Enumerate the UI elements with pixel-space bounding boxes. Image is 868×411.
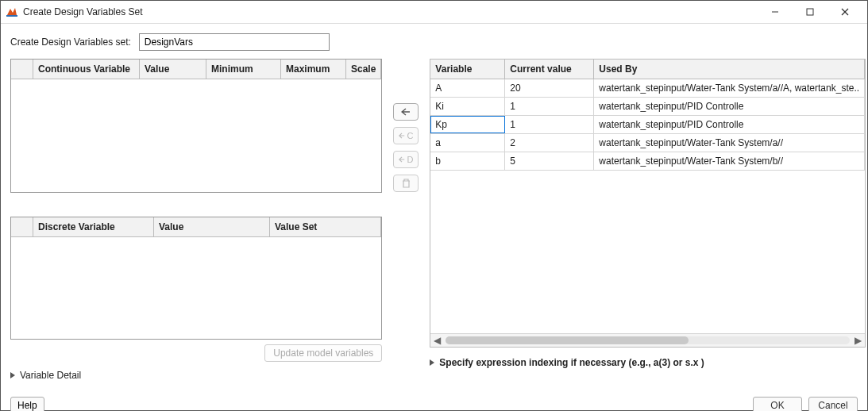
titlebar: Create Design Variables Set [1, 1, 867, 24]
table-row[interactable]: Kp1watertank_stepinput/PID Controlle [430, 116, 865, 134]
arrow-left-icon [399, 132, 405, 140]
variable-detail-label: Variable Detail [20, 370, 81, 381]
right-column: Variable Current value Used By A20watert… [430, 59, 866, 381]
cell-used-by[interactable]: watertank_stepinput/Water-Tank System/a/… [594, 79, 865, 97]
cell-variable[interactable]: b [430, 152, 505, 170]
minimize-button[interactable] [758, 1, 793, 23]
discrete-table-header: Discrete Variable Value Value Set [11, 217, 381, 237]
app-icon [6, 6, 18, 18]
add-d-label: D [407, 155, 413, 164]
header-current-value[interactable]: Current value [505, 60, 594, 79]
cell-variable[interactable]: Kp [430, 116, 505, 133]
add-c-label: C [407, 131, 413, 140]
source-table-header: Variable Current value Used By [430, 60, 865, 79]
header-minimum[interactable]: Minimum [206, 60, 281, 79]
source-table-body[interactable]: A20watertank_stepinput/Water-Tank System… [430, 79, 865, 333]
row-handle-header [11, 217, 33, 237]
footer: Help OK Cancel [1, 389, 867, 411]
cell-used-by[interactable]: watertank_stepinput/PID Controlle [594, 98, 865, 115]
cell-used-by[interactable]: watertank_stepinput/Water-Tank System/a/… [594, 134, 865, 152]
update-model-variables-button[interactable]: Update model variables [264, 344, 382, 362]
table-row[interactable]: a2watertank_stepinput/Water-Tank System/… [430, 134, 865, 152]
discrete-table-body[interactable] [11, 237, 381, 339]
set-name-input[interactable] [139, 33, 330, 51]
discrete-table: Discrete Variable Value Value Set [10, 217, 382, 340]
arrow-left-icon [399, 156, 405, 163]
add-continuous-button[interactable]: C [393, 127, 419, 144]
cell-current-value[interactable]: 5 [505, 152, 594, 170]
cancel-button[interactable]: Cancel [808, 397, 858, 411]
delete-button[interactable] [393, 175, 419, 192]
set-name-row: Create Design Variables set: [10, 33, 858, 51]
specify-expression-label: Specify expression indexing if necessary… [439, 357, 704, 368]
update-row: Update model variables [10, 344, 382, 362]
close-button[interactable] [827, 1, 862, 23]
main-area: Continuous Variable Value Minimum Maximu… [10, 59, 858, 381]
cell-variable[interactable]: Ki [430, 98, 505, 115]
cell-used-by[interactable]: watertank_stepinput/PID Controlle [594, 116, 865, 133]
header-scale[interactable]: Scale [346, 60, 381, 79]
set-name-label: Create Design Variables set: [10, 36, 131, 48]
row-handle-header [11, 60, 33, 79]
continuous-table-header: Continuous Variable Value Minimum Maximu… [11, 60, 381, 79]
ok-button[interactable]: OK [753, 397, 802, 411]
svg-rect-2 [807, 9, 813, 15]
svg-rect-0 [6, 15, 17, 17]
maximize-button[interactable] [793, 1, 827, 23]
add-button[interactable] [393, 103, 419, 121]
add-discrete-button[interactable]: D [393, 151, 419, 168]
horizontal-scrollbar[interactable]: ◀ ▶ [430, 333, 865, 347]
cell-used-by[interactable]: watertank_stepinput/Water-Tank System/b/… [594, 152, 865, 170]
scrollbar-thumb[interactable] [446, 336, 688, 344]
cell-current-value[interactable]: 2 [505, 134, 594, 152]
window-title: Create Design Variables Set [23, 6, 758, 17]
continuous-table: Continuous Variable Value Minimum Maximu… [10, 59, 382, 193]
table-row[interactable]: A20watertank_stepinput/Water-Tank System… [430, 79, 865, 98]
header-maximum[interactable]: Maximum [281, 60, 346, 79]
window: Create Design Variables Set Create Desig… [0, 0, 868, 411]
header-discrete-value[interactable]: Value [154, 217, 270, 237]
table-row[interactable]: Ki1watertank_stepinput/PID Controlle [430, 98, 865, 116]
header-value-set[interactable]: Value Set [270, 217, 381, 237]
specify-expression-expander[interactable]: Specify expression indexing if necessary… [430, 357, 866, 368]
arrow-left-icon [401, 108, 411, 116]
header-variable[interactable]: Variable [430, 60, 505, 79]
cell-current-value[interactable]: 1 [505, 98, 594, 115]
continuous-table-body[interactable] [11, 79, 381, 192]
cell-current-value[interactable]: 1 [505, 116, 594, 133]
content: Create Design Variables set: Continuous … [1, 24, 867, 389]
header-value[interactable]: Value [140, 60, 206, 79]
variable-detail-expander[interactable]: Variable Detail [10, 370, 382, 381]
left-column: Continuous Variable Value Minimum Maximu… [10, 59, 382, 381]
cell-variable[interactable]: A [430, 79, 505, 97]
source-table: Variable Current value Used By A20watert… [430, 59, 866, 348]
trash-icon [402, 179, 411, 188]
header-used-by[interactable]: Used By [594, 60, 865, 79]
triangle-right-icon [10, 372, 15, 378]
transfer-buttons: C D [393, 59, 419, 381]
cell-variable[interactable]: a [430, 134, 505, 152]
header-continuous-variable[interactable]: Continuous Variable [33, 60, 140, 79]
scrollbar-track[interactable] [446, 336, 850, 344]
table-row[interactable]: b5watertank_stepinput/Water-Tank System/… [430, 152, 865, 171]
header-discrete-variable[interactable]: Discrete Variable [33, 217, 154, 237]
help-button[interactable]: Help [10, 397, 44, 411]
scroll-right-icon[interactable]: ▶ [851, 334, 865, 348]
cell-current-value[interactable]: 20 [505, 79, 594, 97]
triangle-right-icon [430, 359, 434, 366]
scroll-left-icon[interactable]: ◀ [430, 334, 444, 348]
